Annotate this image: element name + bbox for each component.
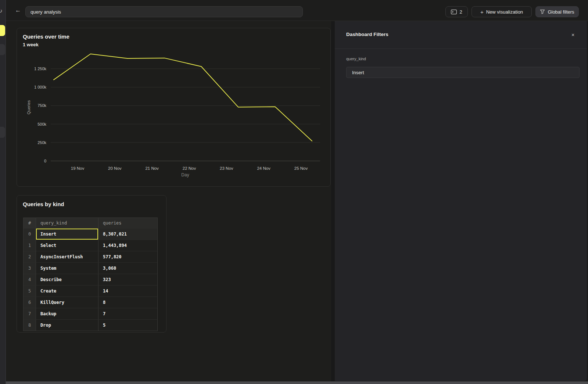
query-kind-cell[interactable]: KillQuery xyxy=(36,297,98,308)
query-kind-cell[interactable]: AsyncInsertFlush xyxy=(36,251,98,262)
queries-line-series[interactable] xyxy=(54,54,312,141)
bottom-edge-strip xyxy=(0,381,588,384)
sql-console-button[interactable]: 2 xyxy=(445,6,468,17)
svg-text:0: 0 xyxy=(44,159,46,163)
plus-icon: + xyxy=(480,9,484,15)
sidebar-item-active[interactable] xyxy=(0,25,5,36)
queries-cell[interactable]: 323 xyxy=(98,274,157,285)
query-kind-cell[interactable]: Drop xyxy=(36,320,98,331)
table-row[interactable]: 8Drop5 xyxy=(24,319,157,331)
new-visualization-button[interactable]: + New visualization xyxy=(472,6,532,17)
table-row[interactable]: 2AsyncInsertFlush577,820 xyxy=(24,251,157,262)
column-header-queries: queries xyxy=(98,218,157,228)
svg-text:750k: 750k xyxy=(37,103,46,108)
column-header-query-kind: query_kind xyxy=(36,218,98,228)
funnel-icon xyxy=(540,9,545,14)
table-header-row: # query_kind queries xyxy=(24,218,157,228)
queries-over-time-card: Queries over time 1 week 0250k500k750k1 … xyxy=(17,28,331,187)
queries-by-kind-card: Queries by kind # query_kind queries 0In… xyxy=(17,195,166,333)
svg-text:24 Nov: 24 Nov xyxy=(257,166,270,171)
refresh-icon[interactable]: ↻ xyxy=(0,8,3,14)
global-filters-button[interactable]: Global filters xyxy=(535,6,579,17)
queries-table-body: 0Insert8,307,0211Select1,443,8942AsyncIn… xyxy=(24,228,157,331)
queries-cell[interactable]: 5 xyxy=(98,320,157,331)
query-kind-cell[interactable]: Select xyxy=(36,240,98,251)
table-row[interactable]: 4Describe323 xyxy=(24,274,157,285)
row-index-cell[interactable]: 5 xyxy=(24,286,36,297)
close-icon[interactable]: ✕ xyxy=(570,32,576,38)
column-header-index: # xyxy=(24,218,36,228)
queries-table: # query_kind queries 0Insert8,307,0211Se… xyxy=(23,218,158,331)
terminal-window-icon xyxy=(451,10,457,14)
topbar: ← 2 + New visualization Global filters xyxy=(6,0,588,21)
query-kind-cell[interactable]: Create xyxy=(36,286,98,297)
svg-text:21 Nov: 21 Nov xyxy=(145,166,159,171)
table-row[interactable]: 5Create14 xyxy=(24,285,157,297)
svg-text:22 Nov: 22 Nov xyxy=(183,166,196,171)
queries-over-time-plot[interactable]: 0250k500k750k1 000k1 250k19 Nov20 Nov21 … xyxy=(17,28,330,186)
table-row[interactable]: 0Insert8,307,021 xyxy=(24,228,157,240)
queries-cell[interactable]: 3,060 xyxy=(98,263,157,274)
table-row[interactable]: 7Backup7 xyxy=(24,308,157,319)
row-index-cell[interactable]: 6 xyxy=(24,297,36,308)
svg-text:23 Nov: 23 Nov xyxy=(220,166,233,171)
row-index-cell[interactable]: 0 xyxy=(24,229,36,240)
sidebar-item[interactable] xyxy=(0,44,5,55)
svg-text:20 Nov: 20 Nov xyxy=(108,166,122,171)
new-visualization-label: New visualization xyxy=(486,9,523,15)
query-kind-cell[interactable]: Describe xyxy=(36,274,98,285)
svg-text:1 250k: 1 250k xyxy=(34,67,47,71)
x-axis: 19 Nov20 Nov21 Nov22 Nov23 Nov24 Nov25 N… xyxy=(71,166,308,177)
row-index-cell[interactable]: 8 xyxy=(24,320,36,331)
panel-gutter xyxy=(331,21,335,381)
queries-cell[interactable]: 8 xyxy=(98,297,157,308)
queries-cell[interactable]: 8,307,021 xyxy=(98,229,157,240)
queries-cell[interactable]: 577,820 xyxy=(98,251,157,262)
global-filters-label: Global filters xyxy=(548,9,574,15)
filters-panel-header: Dashboard Filters ✕ xyxy=(335,21,587,49)
row-index-cell[interactable]: 3 xyxy=(24,263,36,274)
table-row[interactable]: 6KillQuery8 xyxy=(24,297,157,308)
back-button[interactable]: ← xyxy=(15,7,21,14)
table-row[interactable]: 1Select1,443,894 xyxy=(24,240,157,251)
table-row[interactable]: 3System3,060 xyxy=(24,262,157,274)
console-count: 2 xyxy=(459,9,462,15)
svg-text:1 000k: 1 000k xyxy=(34,85,47,89)
dashboard-filters-panel: Dashboard Filters ✕ query_kind xyxy=(335,21,587,381)
query-kind-cell[interactable]: Backup xyxy=(36,308,98,319)
query-kind-cell[interactable]: System xyxy=(36,263,98,274)
y-axis-title: Queries xyxy=(26,100,31,114)
row-index-cell[interactable]: 4 xyxy=(24,274,36,285)
sidebar-item[interactable] xyxy=(0,127,5,138)
query-kind-cell[interactable]: Insert xyxy=(36,229,98,240)
query-kind-filter-input[interactable] xyxy=(346,67,580,78)
svg-text:25 Nov: 25 Nov xyxy=(294,166,308,171)
svg-text:500k: 500k xyxy=(37,122,46,126)
row-index-cell[interactable]: 1 xyxy=(24,240,36,251)
dashboard-title-input[interactable] xyxy=(25,6,303,17)
filters-panel-title: Dashboard Filters xyxy=(346,32,388,37)
left-sidebar: ↻ xyxy=(0,0,6,384)
queries-cell[interactable]: 1,443,894 xyxy=(98,240,157,251)
queries-cell[interactable]: 14 xyxy=(98,286,157,297)
svg-text:Day: Day xyxy=(181,172,189,177)
filter-field-label: query_kind xyxy=(346,57,366,61)
row-index-cell[interactable]: 7 xyxy=(24,308,36,319)
row-index-cell[interactable]: 2 xyxy=(24,251,36,262)
y-axis: 0250k500k750k1 000k1 250k xyxy=(34,67,320,163)
svg-text:19 Nov: 19 Nov xyxy=(71,166,85,171)
svg-text:250k: 250k xyxy=(37,140,46,145)
table-title: Queries by kind xyxy=(23,201,64,207)
queries-cell[interactable]: 7 xyxy=(98,308,157,319)
